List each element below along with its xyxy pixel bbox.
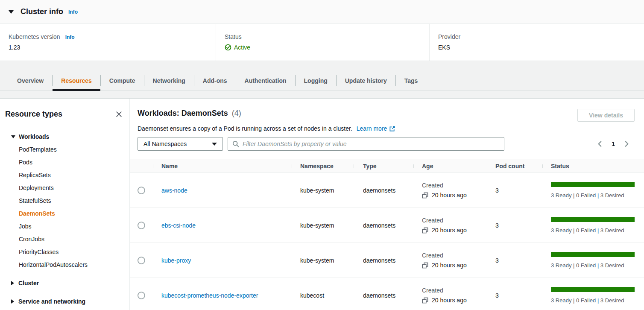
sidebar-item-cronjobs[interactable]: CronJobs — [19, 233, 129, 246]
kubernetes-version-field: Kubernetes version Info 1.23 — [0, 24, 216, 61]
copy-icon[interactable] — [422, 192, 428, 199]
namespace-dropdown[interactable]: All Namespaces — [138, 137, 223, 151]
tab-resources[interactable]: Resources — [53, 70, 100, 91]
provider-label: Provider — [438, 33, 460, 40]
tab-update-history[interactable]: Update history — [337, 70, 395, 91]
row-radio-button[interactable] — [138, 187, 145, 194]
status-cell: 3 Ready | 0 Failed | 3 Desired — [542, 287, 644, 304]
panel-description: Daemonset ensures a copy of a Pod is run… — [138, 125, 352, 132]
status-cell: 3 Ready | 0 Failed | 3 Desired — [542, 182, 644, 199]
kubernetes-version-info-link[interactable]: Info — [65, 34, 75, 40]
column-header-name[interactable]: Name — [153, 163, 292, 170]
kubernetes-version-label: Kubernetes version — [9, 33, 60, 40]
tab-authentication[interactable]: Authentication — [236, 70, 295, 91]
sidebar-title: Resource types — [5, 110, 62, 119]
table-row: kubecost-prometheus-node-exporter kubeco… — [130, 278, 644, 310]
tab-add-ons[interactable]: Add-ons — [194, 70, 236, 91]
pod-count-cell: 3 — [487, 257, 542, 264]
resource-types-sidebar: Resource types Workloads PodTemplates Po… — [0, 99, 130, 310]
tabs-band: Overview Resources Compute Networking Ad… — [0, 61, 644, 98]
type-cell: daemonsets — [354, 187, 413, 194]
caret-right-icon — [11, 299, 14, 304]
chevron-down-icon — [212, 143, 217, 146]
status-bar — [551, 252, 635, 257]
row-radio-button[interactable] — [138, 292, 145, 299]
status-text: 3 Ready | 0 Failed | 3 Desired — [551, 192, 635, 199]
status-value: Active — [234, 44, 250, 51]
cluster-info-link[interactable]: Info — [68, 9, 78, 15]
table-row: kube-proxy kube-system daemonsets Create… — [130, 243, 644, 278]
tree-group-cluster-toggle[interactable]: Cluster — [5, 277, 129, 290]
pagination: 1 — [596, 140, 635, 148]
tab-compute[interactable]: Compute — [101, 70, 144, 91]
daemonset-name-link[interactable]: ebs-csi-node — [161, 222, 196, 229]
daemonset-name-link[interactable]: kubecost-prometheus-node-exporter — [161, 292, 258, 299]
pod-count-cell: 3 — [487, 222, 542, 229]
copy-icon[interactable] — [422, 227, 428, 234]
sidebar-item-statefulsets[interactable]: StatefulSets — [19, 194, 129, 207]
next-page-icon[interactable] — [623, 140, 630, 148]
check-circle-icon — [225, 44, 231, 51]
age-value: 20 hours ago — [432, 227, 467, 234]
collapse-caret-icon[interactable] — [9, 10, 14, 14]
namespace-cell: kubecost — [292, 292, 354, 299]
sidebar-item-podtemplates[interactable]: PodTemplates — [19, 143, 129, 156]
status-field: Status Active — [216, 24, 429, 61]
type-cell: daemonsets — [354, 257, 413, 264]
column-header-pod-count[interactable]: Pod count — [487, 163, 542, 170]
age-cell: Created 20 hours ago — [413, 252, 487, 269]
copy-icon[interactable] — [422, 297, 428, 304]
copy-icon[interactable] — [422, 262, 428, 269]
sidebar-item-daemonsets[interactable]: DaemonSets — [19, 207, 129, 220]
cluster-summary-card: Kubernetes version Info 1.23 Status Acti… — [0, 24, 644, 61]
sidebar-item-pods[interactable]: Pods — [19, 156, 129, 169]
daemonset-name-link[interactable]: kube-proxy — [161, 257, 191, 264]
status-text: 3 Ready | 0 Failed | 3 Desired — [551, 297, 635, 304]
column-header-namespace[interactable]: Namespace — [292, 163, 354, 170]
status-bar — [551, 182, 635, 187]
pod-count-cell: 3 — [487, 187, 542, 194]
current-page[interactable]: 1 — [610, 140, 617, 147]
item-count: (4) — [232, 109, 241, 117]
previous-page-icon[interactable] — [596, 140, 604, 148]
tree-group-workloads-toggle[interactable]: Workloads — [5, 130, 129, 143]
table-row: ebs-csi-node kube-system daemonsets Crea… — [130, 208, 644, 243]
tree-group-cluster: Cluster — [5, 277, 129, 290]
row-radio-button[interactable] — [138, 222, 145, 229]
section-title: Cluster info — [20, 7, 63, 16]
kubernetes-version-value: 1.23 — [9, 44, 216, 51]
namespace-cell: kube-system — [292, 222, 354, 229]
sidebar-item-jobs[interactable]: Jobs — [19, 220, 129, 233]
provider-field: Provider EKS — [429, 24, 644, 61]
sidebar-item-replicasets[interactable]: ReplicaSets — [19, 169, 129, 181]
sidebar-item-deployments[interactable]: Deployments — [19, 181, 129, 194]
column-header-age[interactable]: Age — [413, 163, 487, 170]
tab-overview[interactable]: Overview — [9, 70, 52, 91]
tree-group-service-networking-toggle[interactable]: Service and networking — [5, 295, 129, 308]
tree-group-workloads: Workloads PodTemplates Pods ReplicaSets … — [5, 130, 129, 271]
learn-more-link[interactable]: Learn more — [357, 125, 396, 132]
eks-cluster-page: Cluster info Info Kubernetes version Inf… — [0, 0, 644, 310]
type-cell: daemonsets — [354, 222, 413, 229]
filter-input[interactable] — [243, 140, 500, 147]
tab-logging[interactable]: Logging — [296, 70, 336, 91]
type-cell: daemonsets — [354, 292, 413, 299]
daemonsets-table: Name Namespace Type Age Pod count Status… — [130, 159, 644, 310]
age-value: 20 hours ago — [432, 262, 467, 269]
close-icon[interactable] — [115, 111, 123, 118]
status-cell: 3 Ready | 0 Failed | 3 Desired — [542, 217, 644, 234]
column-header-status[interactable]: Status — [542, 163, 644, 170]
status-bar — [551, 287, 635, 292]
daemonsets-panel: Workloads: DaemonSets (4) View details D… — [130, 99, 644, 310]
namespace-cell: kube-system — [292, 257, 354, 264]
tab-tags[interactable]: Tags — [396, 70, 427, 91]
tab-networking[interactable]: Networking — [144, 70, 194, 91]
daemonset-name-link[interactable]: aws-node — [161, 187, 187, 194]
column-header-type[interactable]: Type — [354, 163, 413, 170]
view-details-button[interactable]: View details — [577, 109, 635, 122]
provider-value: EKS — [438, 44, 644, 51]
resource-tree: Workloads PodTemplates Pods ReplicaSets … — [5, 130, 129, 308]
sidebar-item-horizontalpodautoscalers[interactable]: HorizontalPodAutoscalers — [19, 258, 129, 271]
sidebar-item-priorityclasses[interactable]: PriorityClasses — [19, 246, 129, 258]
row-radio-button[interactable] — [138, 257, 145, 264]
